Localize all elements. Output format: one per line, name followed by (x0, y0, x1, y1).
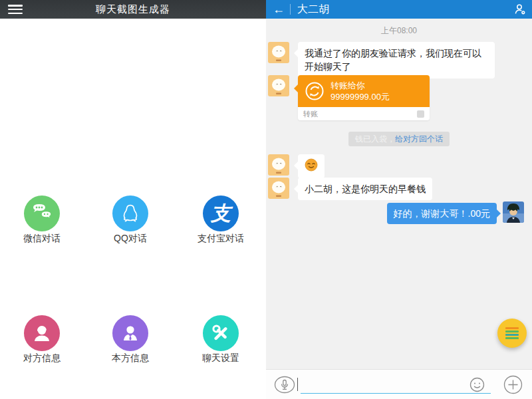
colored-list-icon (505, 326, 519, 340)
wechat-bubbles-icon (31, 202, 53, 225)
message-bubble[interactable]: 小二胡，这是你明天的早餐钱 (298, 178, 432, 200)
alipay-icon[interactable]: 支 (203, 196, 239, 231)
menu-label-qq: QQ对话 (87, 233, 174, 245)
chat-message-list: 上午08:00 我通过了你的朋友验证请求，我们现在可以开始聊天了 (266, 19, 532, 369)
menu-label-wechat: 微信对话 (0, 233, 85, 245)
chat-title: 大二胡 (297, 3, 329, 17)
transfer-icon (305, 81, 325, 101)
generator-panel: 聊天截图生成器 支 (0, 0, 266, 399)
attach-plus-icon[interactable] (503, 375, 523, 397)
menu-item-alipay-chat[interactable]: 支 (178, 196, 264, 231)
person-icon[interactable] (24, 315, 60, 351)
left-header: 聊天截图生成器 (0, 0, 266, 19)
notice-muted-text: 钱已入袋， (355, 134, 395, 144)
menu-item-qq-chat[interactable] (87, 196, 174, 231)
message-text: 我通过了你的朋友验证请求，我们现在可以开始聊天了 (305, 48, 481, 72)
menu-icon[interactable] (8, 5, 23, 14)
chat-timestamp: 上午08:00 (266, 25, 532, 37)
qq-icon[interactable] (112, 196, 148, 231)
header-divider (290, 4, 291, 15)
avatar[interactable] (268, 154, 289, 176)
app-window: 聊天截图生成器 支 (0, 0, 532, 399)
menu-label-chat-settings: 聊天设置 (178, 352, 264, 364)
wechat-icon[interactable] (24, 196, 60, 231)
transfer-title: 转账给你 (331, 80, 390, 91)
alipay-zhi-glyph: 支 (211, 200, 231, 227)
wrench-screwdriver-icon (209, 321, 233, 345)
message-input[interactable] (301, 375, 491, 394)
chat-preview-panel: ← 大二胡 上午08:00 (266, 0, 532, 399)
person-silhouette-icon (31, 322, 53, 344)
message-bubble[interactable] (298, 154, 325, 178)
transfer-card[interactable]: 转账给你 99999999.00元 转账 (298, 75, 430, 120)
transfer-texts: 转账给你 99999999.00元 (331, 80, 390, 102)
avatar[interactable] (268, 178, 289, 199)
message-bubble[interactable]: 我通过了你的朋友验证请求，我们现在可以开始聊天了 (298, 42, 495, 78)
message-text: 小二胡，这是你明天的早餐钱 (305, 184, 426, 194)
left-panel-title: 聊天截图生成器 (0, 3, 266, 16)
smile-emoji-icon (305, 158, 318, 172)
menu-item-wechat-chat[interactable] (0, 196, 85, 231)
message-text: 好的，谢谢大哥！.00元 (394, 208, 490, 219)
menu-item-my-info[interactable] (87, 315, 174, 351)
avatar[interactable] (268, 75, 289, 96)
chat-input-bar (266, 369, 532, 399)
transfer-card-top: 转账给你 99999999.00元 (298, 75, 430, 107)
transfer-footer-label: 转账 (303, 109, 318, 119)
chat-options-fab[interactable] (497, 319, 527, 348)
wallet-icon (417, 110, 424, 118)
avatar-self[interactable] (503, 201, 524, 223)
avatar[interactable] (268, 42, 289, 63)
back-arrow-icon[interactable]: ← (266, 0, 290, 19)
reply-link[interactable]: 给对方回个话 (395, 134, 443, 144)
menu-item-other-info[interactable] (0, 315, 85, 351)
transfer-card-footer: 转账 (298, 107, 430, 120)
message-bubble-self[interactable]: 好的，谢谢大哥！.00元 (387, 203, 497, 224)
tools-icon[interactable] (203, 315, 239, 351)
menu-item-chat-settings[interactable] (178, 315, 264, 351)
emoji-picker-icon[interactable] (469, 377, 485, 395)
person-suit-glyph (119, 322, 142, 344)
person-suit-icon[interactable] (112, 315, 148, 351)
menu-label-alipay: 支付宝对话 (178, 233, 264, 245)
contact-settings-icon[interactable] (513, 3, 527, 19)
voice-icon[interactable] (274, 376, 295, 396)
transfer-notice: 钱已入袋，给对方回个话 (348, 132, 450, 146)
chat-header: ← 大二胡 (266, 0, 532, 19)
transfer-amount: 99999999.00元 (331, 91, 390, 102)
qq-penguin-icon (119, 202, 142, 225)
menu-label-other-info: 对方信息 (0, 352, 85, 364)
text-cursor (297, 378, 298, 391)
menu-label-my-info: 本方信息 (87, 352, 174, 364)
